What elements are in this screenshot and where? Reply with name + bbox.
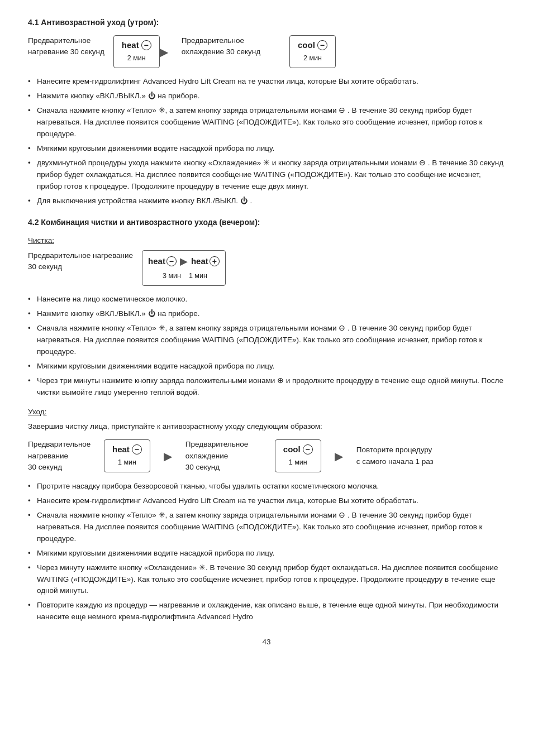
bullet-4-1-3: Сначала нажмите кнопку «Тепло» ✳, а зате…	[28, 105, 505, 140]
section-4-1-diagram: Предварительноенагревание 30 секунд heat…	[28, 35, 505, 68]
cool-time-care: 1 мин	[289, 457, 307, 468]
subsection-cleaning: Чистка: Предварительное нагревание30 сек…	[28, 235, 505, 398]
minus-icon-cool-4-1: −	[317, 40, 327, 50]
minus-icon-heat-4-1: −	[141, 40, 151, 50]
cool-text-care: cool	[283, 443, 301, 456]
plus-icon-cleaning: +	[210, 256, 220, 266]
page-number: 43	[28, 637, 505, 648]
heat-minus-text: heat	[148, 255, 165, 268]
subsection-care: Уход: Завершив чистку лица, приступайте …	[28, 406, 505, 623]
heat-box-label-4-1: heat −	[122, 39, 151, 52]
heat-box-care: heat − 1 мин	[104, 439, 150, 472]
bullet-4-1-1: Нанесите крем-гидролифтинг Advanced Hydr…	[28, 76, 505, 88]
cleaning-diagram-label: Предварительное нагревание30 секунд	[28, 250, 133, 273]
bullet-care-3: Сначала нажмите кнопку «Тепло» ✳, а зате…	[28, 510, 505, 545]
diagram-area-4-1: heat − 2 мин ▶	[113, 35, 168, 68]
section-4-2: 4.2 Комбинация чистки и антивозрастного …	[28, 217, 505, 623]
bullet-list-care: Протрите насадку прибора безворсовой тка…	[28, 481, 505, 623]
cool-text-4-1: cool	[298, 39, 315, 52]
diagram-label-preheat-4-1: Предварительноенагревание 30 секунд	[28, 35, 104, 58]
heat-time-4-1: 2 мин	[127, 53, 146, 64]
cool-box-care: cool − 1 мин	[275, 439, 321, 472]
arrow-care-1: ▶	[164, 448, 172, 465]
bullet-4-1-5: двухминутной процедуры ухода нажмите кно…	[28, 157, 505, 193]
cleaning-time-2: 1 мин	[189, 271, 207, 281]
minus-icon-cool-care: −	[303, 444, 313, 454]
diagram-label-precool-4-1: Предварительноеохлаждение 30 секунд	[182, 35, 260, 58]
minus-icon-heat-care: −	[132, 444, 142, 454]
bullet-cleaning-2: Нажмите кнопку «ВКЛ./ВЫКЛ.» ⏻ на приборе…	[28, 308, 505, 320]
arrow-cleaning: ▶	[180, 254, 188, 269]
section-4-2-title: 4.2 Комбинация чистки и антивозрастного …	[28, 217, 505, 228]
bullet-care-5: Через минуту нажмите кнопку «Охлаждение»…	[28, 562, 505, 597]
bullet-4-1-6: Для выключения устройства нажмите кнопку…	[28, 195, 505, 207]
bullet-cleaning-1: Нанесите на лицо косметическое молочко.	[28, 294, 505, 305]
arrow-4-1: ▶	[160, 44, 168, 60]
bullet-4-1-4: Мягкими круговыми движениями водите наса…	[28, 143, 505, 155]
bullet-4-1-2: Нажмите кнопку «ВКЛ./ВЫКЛ.» ⏻ на приборе…	[28, 90, 505, 102]
heat-text-4-1: heat	[122, 39, 139, 52]
cool-box-label-care: cool −	[283, 443, 313, 456]
minus-icon-cleaning-1: −	[166, 256, 177, 266]
bullet-care-1: Протрите насадку прибора безворсовой тка…	[28, 481, 505, 492]
bullet-care-4: Мягкими круговыми движениями водите наса…	[28, 548, 505, 559]
heat-box-4-1: heat − 2 мин	[113, 35, 160, 68]
cleaning-double-box-times: 3 мин 1 мин	[160, 271, 207, 281]
heat-time-care: 1 мин	[118, 457, 136, 468]
section-4-1-title: 4.1 Антивозрастной уход (утром):	[28, 17, 505, 28]
heat-text-care: heat	[112, 443, 130, 456]
bullet-care-6: Повторите каждую из процедур — нагревани…	[28, 600, 505, 623]
cleaning-subtitle: Чистка:	[28, 235, 505, 246]
care-subtitle: Уход:	[28, 406, 505, 418]
bullet-cleaning-5: Через три минуты нажмите кнопку заряда п…	[28, 375, 505, 399]
care-diagram-label-heat: Предварительноенагревание30 секунд	[28, 439, 95, 473]
heat-plus-text: heat	[191, 255, 208, 268]
cleaning-time-1: 3 мин	[163, 271, 181, 281]
bullet-list-cleaning: Нанесите на лицо косметическое молочко. …	[28, 294, 505, 398]
bullet-cleaning-4: Мягкими круговыми движениями водите наса…	[28, 361, 505, 372]
cleaning-double-box: heat − ▶ heat + 3 мин 1 мин	[142, 250, 226, 286]
bullet-cleaning-3: Сначала нажмите кнопку «Тепло» ✳, а зате…	[28, 323, 505, 358]
care-diagram-row: Предварительноенагревание30 секунд heat …	[28, 439, 505, 473]
cleaning-diagram-row: Предварительное нагревание30 секунд heat…	[28, 250, 505, 286]
care-diagram-label-precool: Предварительноеохлаждение30 секунд	[185, 439, 253, 473]
cool-time-4-1: 2 мин	[303, 53, 322, 64]
arrow-care-2: ▶	[335, 448, 343, 465]
cool-box-label-4-1: cool −	[298, 39, 327, 52]
bullet-list-4-1: Нанесите крем-гидролифтинг Advanced Hydr…	[28, 76, 505, 207]
care-diagram-label-repeat: Повторите процедурус самого начала 1 раз	[356, 444, 434, 467]
cleaning-double-box-top: heat − ▶ heat +	[148, 254, 220, 269]
heat-box-label-care: heat −	[112, 443, 142, 456]
bullet-care-2: Нанесите крем-гидролифтинг Advanced Hydr…	[28, 495, 505, 507]
care-intro: Завершив чистку лица, приступайте к анти…	[28, 421, 505, 432]
section-4-1: 4.1 Антивозрастной уход (утром): Предвар…	[28, 17, 505, 207]
